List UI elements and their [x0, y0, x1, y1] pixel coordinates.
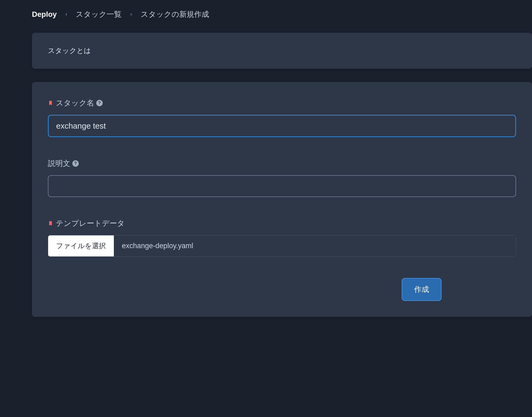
template-data-label: テンプレートデータ — [48, 218, 516, 228]
description-label-text: 説明文 — [48, 158, 70, 169]
bookmark-icon — [48, 100, 53, 107]
info-card-title: スタックとは — [48, 46, 516, 55]
help-icon[interactable]: ? — [72, 160, 79, 167]
help-icon[interactable]: ? — [96, 100, 103, 106]
description-group: 説明文 ? — [48, 158, 516, 197]
button-row: 作成 — [48, 278, 516, 301]
template-data-label-text: テンプレートデータ — [56, 218, 125, 228]
stack-name-input[interactable] — [48, 115, 516, 137]
stack-name-label: スタック名 ? — [48, 98, 516, 108]
file-name-display: exchange-deploy.yaml — [114, 235, 516, 256]
file-input-group: ファイルを選択 exchange-deploy.yaml — [48, 235, 516, 257]
chevron-right-icon — [64, 12, 68, 17]
stack-name-group: スタック名 ? — [48, 98, 516, 137]
info-card: スタックとは — [32, 33, 532, 69]
chevron-right-icon — [129, 12, 133, 17]
form-card: スタック名 ? 説明文 ? テンプレートデータ — [32, 82, 532, 317]
file-select-button[interactable]: ファイルを選択 — [48, 235, 114, 256]
stack-name-label-text: スタック名 — [56, 98, 94, 108]
description-input[interactable] — [48, 175, 516, 197]
template-data-group: テンプレートデータ ファイルを選択 exchange-deploy.yaml — [48, 218, 516, 257]
create-button[interactable]: 作成 — [402, 278, 442, 301]
breadcrumb-level1[interactable]: スタック一覧 — [76, 9, 122, 19]
bookmark-icon — [48, 220, 53, 227]
breadcrumb: Deploy スタック一覧 スタックの新規作成 — [32, 9, 532, 19]
description-label: 説明文 ? — [48, 158, 516, 169]
breadcrumb-root[interactable]: Deploy — [32, 10, 57, 19]
breadcrumb-current: スタックの新規作成 — [141, 9, 209, 19]
